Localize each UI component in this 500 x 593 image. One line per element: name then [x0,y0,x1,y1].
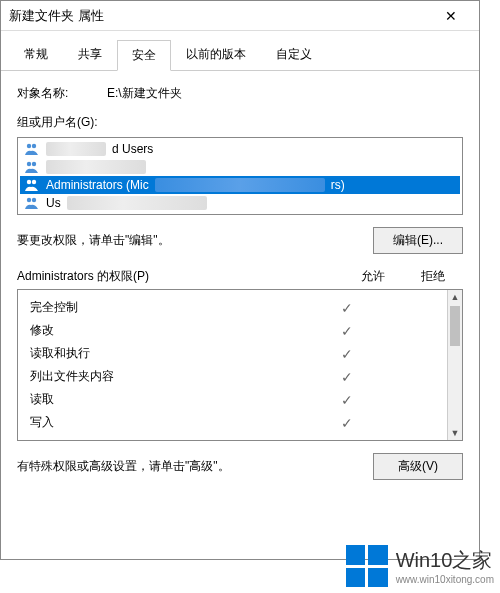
svg-point-2 [27,162,31,166]
users-icon [24,142,40,156]
close-button[interactable]: ✕ [431,2,471,30]
users-icon [24,160,40,174]
allow-check-icon: ✓ [317,392,377,408]
blurred-text [67,196,207,210]
tab-content: 对象名称: E:\新建文件夹 组或用户名(G): d Users Adminis… [1,71,479,506]
list-item[interactable]: d Users [20,140,460,158]
permission-name: 写入 [30,414,317,431]
object-name-value: E:\新建文件夹 [107,85,182,102]
watermark-url: www.win10xitong.com [396,574,494,585]
tab-security[interactable]: 安全 [117,40,171,71]
users-icon [24,196,40,210]
list-item-label: Administrators (Mic [46,178,149,192]
scroll-up-icon[interactable]: ▲ [448,290,462,304]
watermark-title: Win10之家 [396,547,494,574]
users-icon [24,178,40,192]
allow-header: 允许 [343,268,403,285]
scroll-thumb[interactable] [450,306,460,346]
advanced-hint: 有特殊权限或高级设置，请单击"高级"。 [17,458,373,475]
blurred-text [46,142,106,156]
svg-point-7 [32,198,36,202]
list-item-label: Us [46,196,61,210]
list-item-selected[interactable]: Administrators (Mic rs) [20,176,460,194]
permission-name: 读取和执行 [30,345,317,362]
blurred-text [46,160,146,174]
svg-point-5 [32,180,36,184]
advanced-button[interactable]: 高级(V) [373,453,463,480]
blurred-text [155,178,325,192]
list-item[interactable]: Us [20,194,460,212]
watermark: Win10之家 www.win10xitong.com [346,545,494,587]
list-item-tail: rs) [331,178,345,192]
groups-listbox[interactable]: d Users Administrators (Mic rs) Us [17,137,463,215]
tab-sharing[interactable]: 共享 [63,39,117,70]
permissions-listbox[interactable]: 完全控制 ✓ 修改 ✓ 读取和执行 ✓ 列出文件夹内容 ✓ [17,289,463,441]
svg-point-3 [32,162,36,166]
permissions-rows: 完全控制 ✓ 修改 ✓ 读取和执行 ✓ 列出文件夹内容 ✓ [18,290,462,440]
tab-previous-versions[interactable]: 以前的版本 [171,39,261,70]
permission-row: 修改 ✓ [22,319,445,342]
groups-label: 组或用户名(G): [17,114,463,131]
list-item[interactable] [20,158,460,176]
permission-row: 写入 ✓ [22,411,445,434]
permission-row: 读取和执行 ✓ [22,342,445,365]
allow-check-icon: ✓ [317,415,377,431]
object-name-row: 对象名称: E:\新建文件夹 [17,85,463,102]
permission-name: 读取 [30,391,317,408]
edit-row: 要更改权限，请单击"编辑"。 编辑(E)... [17,227,463,254]
svg-point-1 [32,144,36,148]
permission-name: 修改 [30,322,317,339]
allow-check-icon: ✓ [317,300,377,316]
allow-check-icon: ✓ [317,323,377,339]
list-item-label: d Users [112,142,153,156]
deny-header: 拒绝 [403,268,463,285]
tab-strip: 常规 共享 安全 以前的版本 自定义 [1,35,479,71]
titlebar: 新建文件夹 属性 ✕ [1,1,479,31]
tab-customize[interactable]: 自定义 [261,39,327,70]
watermark-text: Win10之家 www.win10xitong.com [396,547,494,585]
svg-point-4 [27,180,31,184]
permission-row: 列出文件夹内容 ✓ [22,365,445,388]
permission-row: 完全控制 ✓ [22,296,445,319]
scroll-down-icon[interactable]: ▼ [448,426,462,440]
permission-row: 读取 ✓ [22,388,445,411]
allow-check-icon: ✓ [317,346,377,362]
scrollbar[interactable]: ▲ ▼ [447,290,462,440]
window-title: 新建文件夹 属性 [9,7,431,25]
allow-check-icon: ✓ [317,369,377,385]
edit-button[interactable]: 编辑(E)... [373,227,463,254]
permissions-label: Administrators 的权限(P) [17,268,343,285]
windows-logo-icon [346,545,388,587]
object-name-label: 对象名称: [17,85,107,102]
permission-name: 完全控制 [30,299,317,316]
advanced-row: 有特殊权限或高级设置，请单击"高级"。 高级(V) [17,453,463,480]
edit-hint: 要更改权限，请单击"编辑"。 [17,232,373,249]
permission-name: 列出文件夹内容 [30,368,317,385]
close-icon: ✕ [445,8,457,24]
svg-point-6 [27,198,31,202]
permissions-header: Administrators 的权限(P) 允许 拒绝 [17,268,463,285]
properties-dialog: 新建文件夹 属性 ✕ 常规 共享 安全 以前的版本 自定义 对象名称: E:\新… [0,0,480,560]
tab-general[interactable]: 常规 [9,39,63,70]
svg-point-0 [27,144,31,148]
